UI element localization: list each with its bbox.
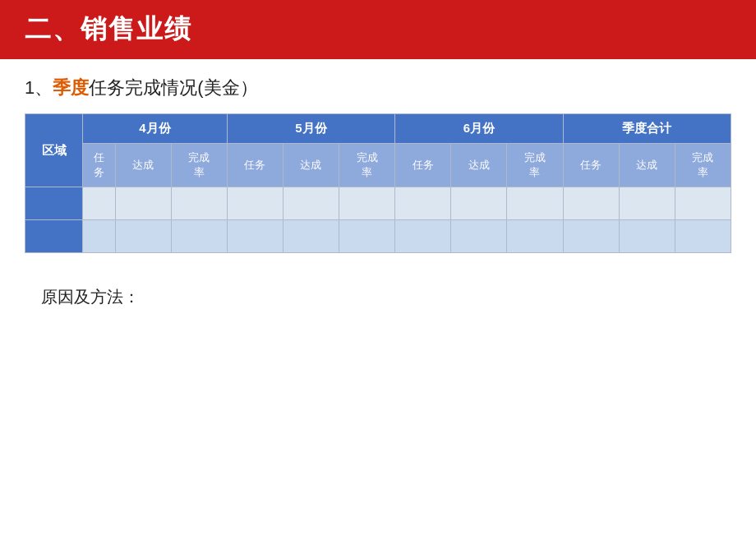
cell-may-task-1 bbox=[227, 187, 283, 220]
subheader-total-rate: 完成率 bbox=[675, 144, 731, 187]
col-header-apr: 4月份 bbox=[83, 114, 228, 144]
cell-apr-rate-1 bbox=[171, 187, 227, 220]
section-title-prefix: 1、 bbox=[25, 77, 53, 98]
page-content: 1、季度任务完成情况(美金） 区域 4月份 5月份 6月份 季度合计 任务 达成… bbox=[0, 59, 756, 535]
reason-label: 原因及方法： bbox=[41, 288, 140, 306]
subheader-jun-achieve: 达成 bbox=[451, 144, 507, 187]
cell-jun-rate-2 bbox=[507, 220, 563, 253]
subheader-jun-rate: 完成率 bbox=[507, 144, 563, 187]
cell-apr-achieve-2 bbox=[115, 220, 171, 253]
section-title-suffix: 任务完成情况(美金） bbox=[89, 77, 257, 98]
subheader-apr-achieve: 达成 bbox=[115, 144, 171, 187]
cell-jun-achieve-2 bbox=[451, 220, 507, 253]
cell-total-achieve-2 bbox=[619, 220, 675, 253]
cell-apr-task-2 bbox=[83, 220, 116, 253]
cell-jun-rate-1 bbox=[507, 187, 563, 220]
page-header: 二、销售业绩 bbox=[0, 0, 756, 59]
subheader-may-task: 任务 bbox=[227, 144, 283, 187]
cell-apr-rate-2 bbox=[171, 220, 227, 253]
cell-may-task-2 bbox=[227, 220, 283, 253]
section-title: 1、季度任务完成情况(美金） bbox=[25, 76, 731, 100]
table-row bbox=[25, 187, 731, 220]
subheader-apr-rate: 完成率 bbox=[171, 144, 227, 187]
col-header-region: 区域 bbox=[25, 114, 83, 187]
cell-apr-achieve-1 bbox=[115, 187, 171, 220]
reason-section: 原因及方法： bbox=[25, 286, 731, 308]
cell-region-2 bbox=[25, 220, 83, 253]
quarterly-performance-table: 区域 4月份 5月份 6月份 季度合计 任务 达成 完成率 任务 达成 完成率 … bbox=[25, 113, 731, 253]
cell-jun-achieve-1 bbox=[451, 187, 507, 220]
cell-apr-task-1 bbox=[83, 187, 116, 220]
cell-region-1 bbox=[25, 187, 83, 220]
page-container: 二、销售业绩 1、季度任务完成情况(美金） 区域 4月份 5月份 6月份 季度合… bbox=[0, 0, 756, 535]
cell-may-rate-1 bbox=[339, 187, 395, 220]
cell-may-rate-2 bbox=[339, 220, 395, 253]
cell-total-task-1 bbox=[563, 187, 619, 220]
subheader-may-rate: 完成率 bbox=[339, 144, 395, 187]
table-row bbox=[25, 220, 731, 253]
col-header-total: 季度合计 bbox=[563, 114, 731, 144]
cell-total-rate-2 bbox=[675, 220, 731, 253]
cell-total-achieve-1 bbox=[619, 187, 675, 220]
cell-jun-task-1 bbox=[395, 187, 451, 220]
table-header-row-1: 区域 4月份 5月份 6月份 季度合计 bbox=[25, 114, 731, 144]
subheader-jun-task: 任务 bbox=[395, 144, 451, 187]
cell-total-rate-1 bbox=[675, 187, 731, 220]
col-header-jun: 6月份 bbox=[395, 114, 563, 144]
section-title-highlight: 季度 bbox=[53, 77, 89, 98]
page-title: 二、销售业绩 bbox=[25, 12, 192, 48]
table-header-row-2: 任务 达成 完成率 任务 达成 完成率 任务 达成 完成率 任务 达成 完成率 bbox=[25, 144, 731, 187]
subheader-total-achieve: 达成 bbox=[619, 144, 675, 187]
cell-may-achieve-2 bbox=[283, 220, 339, 253]
col-header-may: 5月份 bbox=[227, 114, 394, 144]
cell-may-achieve-1 bbox=[283, 187, 339, 220]
cell-jun-task-2 bbox=[395, 220, 451, 253]
subheader-may-achieve: 达成 bbox=[283, 144, 339, 187]
cell-total-task-2 bbox=[563, 220, 619, 253]
subheader-total-task: 任务 bbox=[563, 144, 619, 187]
subheader-apr-task: 任务 bbox=[83, 144, 116, 187]
